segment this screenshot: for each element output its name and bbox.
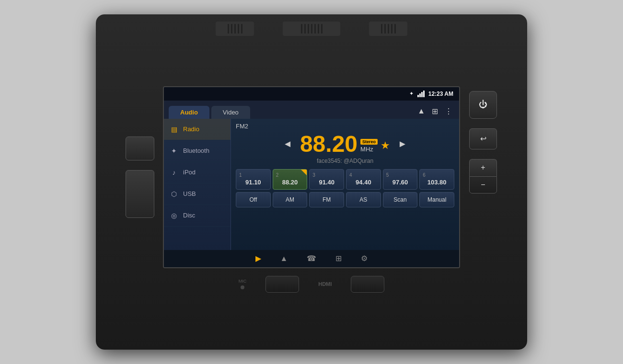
sidebar-item-radio[interactable]: ▤ Radio	[164, 119, 231, 140]
radio-icon: ▤	[170, 125, 178, 133]
band-label: FM2	[236, 123, 454, 130]
preset-freq-1: 91.10	[245, 179, 261, 186]
top-vents	[96, 14, 527, 43]
manual-button[interactable]: Manual	[419, 192, 454, 207]
vent-right	[369, 22, 407, 36]
menu-icon[interactable]: ⋮	[445, 107, 452, 116]
vent-left	[216, 22, 254, 36]
off-button[interactable]: Off	[236, 192, 271, 207]
sidebar-item-usb[interactable]: ⬡ USB	[164, 183, 231, 205]
preset-button-6[interactable]: 6 103.80	[419, 169, 454, 190]
sidebar-label-radio: Radio	[183, 125, 199, 133]
sidebar-label-disc: Disc	[183, 212, 195, 219]
preset-button-2[interactable]: 2 88.20	[273, 169, 308, 190]
hdmi-label: HDMI	[318, 281, 332, 287]
preset-button-3[interactable]: 3 91.40	[309, 169, 344, 190]
nav-grid-icon[interactable]: ⊞	[335, 254, 342, 263]
bottom-row: MIC HDMI	[239, 276, 385, 293]
status-time: 12:23 AM	[428, 91, 453, 97]
back-button[interactable]: ↩	[469, 128, 497, 149]
screen: ✦ 12:23 AM Audio Video ▲ ⊞ ⋮	[163, 86, 460, 268]
signal-bars	[417, 91, 425, 97]
preset-freq-5: 97.60	[392, 179, 408, 186]
preset-button-5[interactable]: 5 97.60	[383, 169, 418, 190]
eject-icon[interactable]: ▲	[417, 107, 425, 115]
sidebar-label-bluetooth: Bluetooth	[183, 147, 209, 154]
volume-up-button[interactable]: +	[469, 159, 497, 176]
sidebar-label-ipod: iPod	[183, 169, 196, 176]
freq-prev-button[interactable]: ◄	[283, 138, 292, 149]
bottom-button-left[interactable]	[265, 276, 299, 293]
freq-next-button[interactable]: ►	[398, 138, 407, 149]
tab-audio[interactable]: Audio	[169, 106, 209, 119]
tab-bar: Audio Video ▲ ⊞ ⋮	[164, 101, 459, 119]
content-area: ▤ Radio ✦ Bluetooth ♪ iPod ⬡ USB	[164, 119, 459, 250]
tab-icons: ▲ ⊞ ⋮	[417, 107, 454, 119]
preset-num-4: 4	[348, 172, 379, 178]
scan-button[interactable]: Scan	[383, 192, 418, 207]
nav-navigation-icon[interactable]: ▲	[280, 254, 288, 263]
preset-freq-3: 91.40	[319, 179, 335, 186]
back-icon: ↩	[480, 134, 486, 143]
favorite-star-icon[interactable]: ★	[381, 139, 390, 156]
freq-unit: MHz	[360, 146, 373, 153]
power-icon: ⏻	[479, 100, 487, 110]
frequency-value: 88.20	[300, 133, 358, 156]
sidebar-item-bluetooth[interactable]: ✦ Bluetooth	[164, 140, 231, 162]
stereo-badge: Stereo	[360, 139, 378, 145]
preset-freq-6: 103.80	[427, 179, 447, 186]
minus-icon: −	[481, 181, 485, 189]
preset-num-5: 5	[385, 172, 415, 178]
station-info: face3545: @ADQuran	[236, 158, 454, 164]
volume-down-button[interactable]: −	[469, 176, 497, 193]
usb-icon: ⬡	[170, 190, 178, 198]
plus-icon: +	[481, 163, 485, 172]
nav-phone-icon[interactable]: ☎	[307, 254, 316, 263]
right-side-buttons: ⏻ ↩ + −	[464, 86, 502, 268]
preset-active-indicator	[301, 170, 307, 175]
vent-center	[283, 22, 340, 36]
nav-play-icon[interactable]: ▶	[255, 254, 261, 263]
fm-button[interactable]: FM	[309, 192, 344, 207]
preset-num-3: 3	[312, 172, 342, 178]
controls-row: Off AM FM AS Scan Manual	[236, 192, 454, 207]
preset-num-2: 2	[275, 172, 305, 178]
left-button-top[interactable]	[126, 136, 154, 160]
preset-freq-2: 88.20	[282, 179, 298, 186]
left-side	[121, 86, 159, 268]
tab-video[interactable]: Video	[211, 106, 250, 119]
preset-freq-4: 94.40	[356, 179, 371, 186]
freq-details: Stereo MHz	[360, 139, 378, 156]
mic-label: MIC	[239, 279, 247, 284]
equalizer-icon[interactable]: ⊞	[432, 107, 438, 116]
sidebar-item-ipod[interactable]: ♪ iPod	[164, 162, 231, 183]
disc-icon: ◎	[170, 212, 178, 219]
main-row: ✦ 12:23 AM Audio Video ▲ ⊞ ⋮	[121, 86, 502, 268]
frequency-row: ◄ 88.20 Stereo MHz ★ ►	[236, 133, 454, 156]
nav-settings-icon[interactable]: ⚙	[361, 254, 368, 263]
preset-num-6: 6	[422, 172, 452, 178]
radio-content: FM2 ◄ 88.20 Stereo MHz ★ ►	[231, 119, 459, 250]
left-button-bottom[interactable]	[126, 170, 154, 218]
bottom-button-right[interactable]	[351, 276, 384, 293]
ipod-icon: ♪	[170, 169, 178, 176]
as-button[interactable]: AS	[346, 192, 381, 207]
car-panel: ✦ 12:23 AM Audio Video ▲ ⊞ ⋮	[96, 14, 527, 350]
sidebar: ▤ Radio ✦ Bluetooth ♪ iPod ⬡ USB	[164, 119, 231, 250]
preset-num-1: 1	[238, 172, 268, 178]
bluetooth-icon: ✦	[409, 91, 414, 97]
bottom-nav: ▶ ▲ ☎ ⊞ ⚙	[164, 250, 459, 267]
freq-display: 88.20 Stereo MHz ★	[300, 133, 390, 156]
sidebar-label-usb: USB	[183, 190, 196, 197]
am-button[interactable]: AM	[273, 192, 308, 207]
presets-row: 1 91.10 2 88.20 3 91.40	[236, 169, 454, 190]
power-button[interactable]: ⏻	[469, 91, 497, 119]
preset-button-4[interactable]: 4 94.40	[346, 169, 381, 190]
bluetooth-sidebar-icon: ✦	[170, 147, 178, 155]
volume-group: + −	[469, 159, 497, 193]
sidebar-item-disc[interactable]: ◎ Disc	[164, 205, 231, 227]
status-bar: ✦ 12:23 AM	[164, 87, 459, 101]
preset-button-1[interactable]: 1 91.10	[236, 169, 271, 190]
